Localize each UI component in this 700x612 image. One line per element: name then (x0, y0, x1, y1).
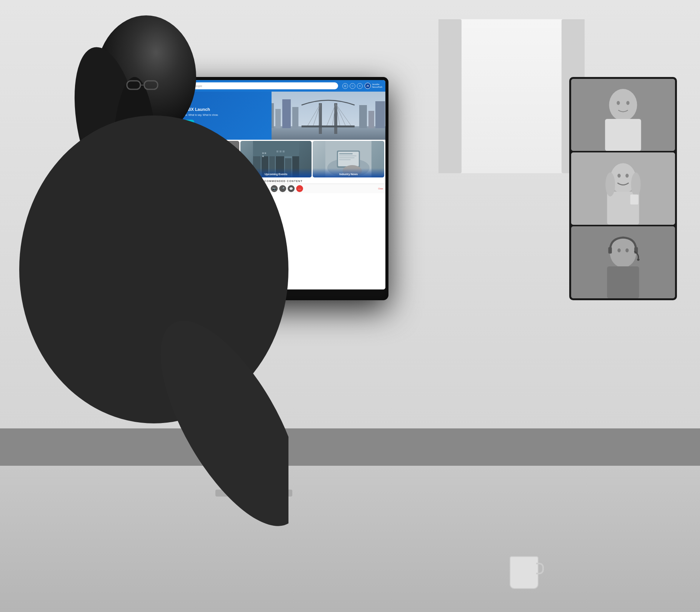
video-person-3-svg (571, 226, 675, 298)
coffee-mug (510, 556, 538, 589)
video-person-2-svg (571, 152, 675, 224)
svg-rect-8 (375, 101, 385, 128)
person-overlay (0, 0, 288, 612)
svg-rect-1 (272, 126, 385, 140)
user-name: Jennifer NexusPath (372, 83, 382, 89)
curtain-left (438, 19, 462, 173)
star-action-icon[interactable]: ☆ (350, 83, 355, 89)
svg-rect-20 (302, 125, 355, 127)
user-avatar: JS (365, 83, 371, 89)
svg-point-61 (617, 174, 620, 177)
card-label-3: Industry News (313, 168, 384, 177)
svg-rect-63 (630, 195, 638, 205)
video-tile-3 (571, 226, 675, 298)
svg-rect-47 (339, 156, 357, 156)
svg-rect-48 (339, 157, 355, 158)
svg-point-70 (617, 248, 620, 252)
person-silhouette-svg (0, 0, 288, 612)
chat-btn[interactable]: 💬 (288, 185, 295, 192)
svg-rect-53 (605, 119, 641, 151)
card-industry-news[interactable]: Industry News (313, 141, 384, 177)
video-call-panel (569, 77, 677, 300)
svg-point-55 (626, 101, 629, 105)
close-label[interactable]: Close (378, 187, 383, 190)
svg-point-62 (625, 174, 628, 177)
svg-rect-49 (339, 159, 351, 160)
header-actions: ⊙ ☆ + (342, 83, 363, 89)
background-window (438, 19, 585, 173)
svg-rect-6 (359, 105, 367, 128)
svg-point-60 (631, 172, 641, 196)
svg-rect-5 (292, 107, 298, 128)
video-person-1-svg (571, 79, 675, 151)
end-call-btn[interactable]: — (296, 185, 303, 192)
svg-point-54 (617, 101, 620, 105)
hero-bridge-svg (272, 92, 385, 140)
svg-rect-11 (334, 103, 337, 134)
svg-rect-46 (339, 153, 353, 154)
svg-point-69 (637, 258, 639, 261)
svg-point-59 (605, 172, 615, 196)
svg-point-52 (609, 89, 637, 121)
video-tile-2 (571, 152, 675, 224)
add-action-icon[interactable]: + (357, 83, 363, 89)
user-profile[interactable]: JS Jennifer NexusPath (365, 83, 382, 89)
svg-rect-66 (607, 266, 639, 298)
svg-rect-67 (608, 247, 612, 254)
search-action-icon[interactable]: ⊙ (342, 83, 348, 89)
video-tile-1 (571, 79, 675, 151)
svg-rect-7 (368, 111, 374, 128)
svg-point-71 (625, 248, 628, 252)
hero-right-image (272, 92, 385, 140)
mug-handle (536, 563, 544, 574)
